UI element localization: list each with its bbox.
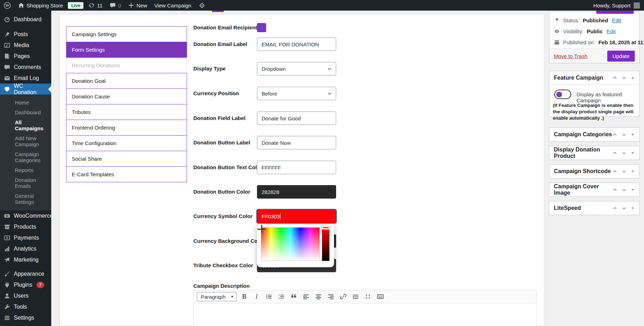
- color-picker-slider-handle[interactable]: [321, 226, 330, 230]
- sidebar-item[interactable]: Marketing: [0, 254, 51, 265]
- settings-tab[interactable]: Social Share: [66, 151, 187, 167]
- submenu-item[interactable]: Home: [0, 97, 51, 107]
- sidebar-item[interactable]: Dashboard: [0, 14, 51, 25]
- donation-button-color-input[interactable]: 282828: [257, 185, 336, 199]
- sidebar-item[interactable]: W WooCommerce: [0, 210, 51, 221]
- submenu-item[interactable]: Donation Emails: [0, 175, 51, 191]
- sidebar-item[interactable]: Media: [0, 40, 51, 51]
- edit-status-link[interactable]: Edit: [612, 17, 621, 23]
- edit-visibility-link[interactable]: Edit: [607, 28, 616, 34]
- comments-button[interactable]: 0: [106, 0, 124, 11]
- site-name-menu[interactable]: Shopping Store: [14, 0, 66, 11]
- update-button[interactable]: Update: [607, 51, 635, 62]
- move-down-icon[interactable]: [621, 187, 627, 193]
- sidebar-item[interactable]: Products: [0, 221, 51, 232]
- collapse-toggle-icon[interactable]: [631, 169, 635, 173]
- settings-tab[interactable]: Donation Goal: [66, 73, 187, 89]
- featured-campaign-toggle[interactable]: [554, 90, 571, 99]
- donation-button-text-color-input[interactable]: FFFFFF: [257, 161, 336, 174]
- user-avatar[interactable]: [634, 2, 640, 8]
- collapse-toggle-icon[interactable]: [631, 151, 635, 155]
- meta-box-header[interactable]: Campaign Shortcode: [549, 165, 639, 178]
- submenu-item[interactable]: Dashboard: [0, 107, 51, 117]
- align-center-icon[interactable]: [314, 292, 323, 301]
- editor-content-area[interactable]: [194, 303, 536, 326]
- sidebar-item[interactable]: Plugins 7: [0, 279, 51, 290]
- more-icon[interactable]: [351, 292, 360, 301]
- color-picker-saturation-area[interactable]: [261, 227, 320, 261]
- meta-box-header[interactable]: LiteSpeed: [549, 201, 639, 215]
- sidebar-item[interactable]: Settings: [0, 312, 51, 323]
- bold-icon[interactable]: B: [240, 292, 249, 301]
- submenu-item[interactable]: Add New Campaign: [0, 133, 51, 149]
- paragraph-style-select[interactable]: Paragraph: [197, 292, 236, 301]
- move-to-trash-link[interactable]: Move to Trash: [554, 53, 587, 59]
- meta-box-header[interactable]: Display Donation Product: [549, 146, 639, 160]
- sidebar-item[interactable]: Comments: [0, 62, 51, 73]
- move-down-icon[interactable]: [621, 206, 627, 211]
- link-icon[interactable]: [339, 292, 348, 301]
- collapse-toggle-icon[interactable]: [631, 206, 635, 210]
- sidebar-item[interactable]: Analytics: [0, 243, 51, 254]
- keyboard-icon[interactable]: [376, 292, 385, 301]
- move-up-icon[interactable]: [612, 75, 617, 80]
- submenu-item[interactable]: General Settings: [0, 191, 51, 207]
- color-picker-value-slider[interactable]: [322, 227, 329, 261]
- collapse-toggle-icon[interactable]: [631, 132, 635, 137]
- settings-tab[interactable]: Frontend Ordering: [66, 120, 187, 136]
- sidebar-item[interactable]: Users: [0, 290, 51, 301]
- settings-tab[interactable]: Tributes: [66, 104, 187, 120]
- move-down-icon[interactable]: [621, 132, 627, 137]
- updates-button[interactable]: 11: [85, 0, 106, 11]
- litespeed-toolbar-button[interactable]: [195, 0, 209, 11]
- collapse-toggle-icon[interactable]: [631, 76, 635, 80]
- currency-position-select[interactable]: Before: [257, 87, 336, 100]
- donation-button-label-input[interactable]: Donate Now: [257, 136, 336, 149]
- view-campaign-button[interactable]: View Campaign: [151, 0, 195, 11]
- sidebar-item[interactable]: Email Log: [0, 73, 51, 84]
- settings-tab[interactable]: Campaign Settings: [66, 26, 187, 42]
- howdy-account-menu[interactable]: Howdy, Support: [593, 2, 631, 8]
- sidebar-item-wc-donation[interactable]: WC Donation: [0, 84, 51, 95]
- sidebar-item[interactable]: Posts: [0, 29, 51, 40]
- move-up-icon[interactable]: [612, 132, 617, 137]
- donation-email-label-input[interactable]: EMAIL FOR DONATION: [257, 38, 336, 51]
- move-up-icon[interactable]: [612, 150, 617, 156]
- quote-icon[interactable]: [289, 292, 298, 301]
- move-up-icon[interactable]: [612, 169, 617, 174]
- align-right-icon[interactable]: [326, 292, 335, 301]
- meta-box-header[interactable]: Campaign Cover Image: [549, 183, 639, 196]
- settings-tab[interactable]: E-Card Templates: [66, 166, 187, 182]
- settings-tab[interactable]: Recurring Donations: [66, 57, 187, 73]
- submenu-item[interactable]: Campaign Categories: [0, 149, 51, 165]
- sidebar-item[interactable]: Pages: [0, 51, 51, 62]
- collapse-toggle-icon[interactable]: [631, 188, 635, 192]
- preview-button-fragment[interactable]: [596, 11, 634, 14]
- submenu-item[interactable]: Reports: [0, 165, 51, 175]
- display-type-select[interactable]: Dropdown: [257, 62, 336, 75]
- wp-logo-button[interactable]: W: [0, 0, 14, 11]
- move-down-icon[interactable]: [621, 169, 627, 174]
- move-up-icon[interactable]: [612, 206, 617, 211]
- italic-icon[interactable]: I: [252, 292, 261, 301]
- settings-tab[interactable]: Form Settings: [66, 42, 187, 58]
- move-up-icon[interactable]: [612, 187, 617, 193]
- meta-box-header[interactable]: Campaign Categories: [549, 128, 639, 141]
- sidebar-item[interactable]: Appearance: [0, 268, 51, 279]
- move-down-icon[interactable]: [621, 150, 627, 156]
- donation-email-recipient-checkbox[interactable]: [257, 23, 266, 32]
- settings-tab[interactable]: Donation Cause: [66, 88, 187, 104]
- fullscreen-icon[interactable]: [363, 292, 373, 301]
- settings-tab[interactable]: Time Configuration: [66, 135, 187, 151]
- feature-campaign-header[interactable]: Feature Campaign: [549, 71, 639, 85]
- sidebar-item[interactable]: Tools: [0, 301, 51, 312]
- move-down-icon[interactable]: [621, 75, 627, 80]
- currency-symbol-color-input[interactable]: FF0303: [257, 210, 336, 223]
- sidebar-item[interactable]: $ Payments: [0, 232, 51, 243]
- numbered-list-icon[interactable]: 12: [277, 292, 286, 301]
- submenu-item[interactable]: All Campaigns: [0, 117, 51, 133]
- bullet-list-icon[interactable]: [264, 292, 274, 301]
- donation-field-label-input[interactable]: Donate for Good: [257, 111, 336, 125]
- align-left-icon[interactable]: [301, 292, 311, 301]
- new-content-button[interactable]: New: [124, 0, 151, 11]
